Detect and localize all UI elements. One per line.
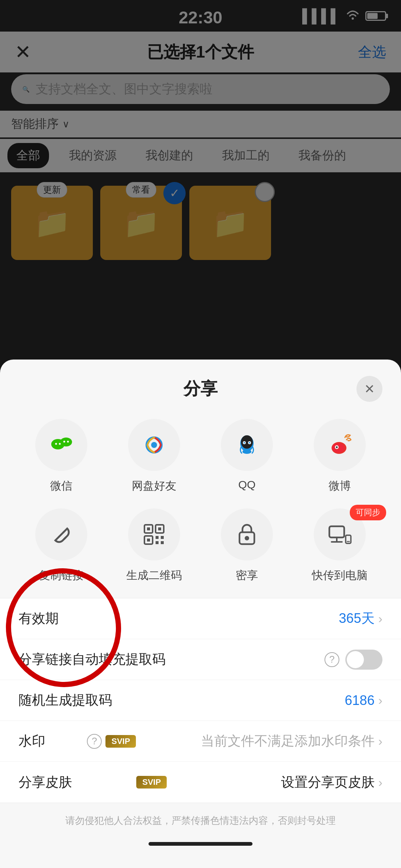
copy-link-label: 复制链接: [39, 568, 84, 583]
extract-code-value: 6186: [345, 693, 375, 708]
disclaimer: 请勿侵犯他人合法权益，严禁传播色情违法内容，否则封号处理: [0, 803, 401, 835]
svg-point-24: [336, 446, 338, 448]
wechat-icon-circle: [35, 419, 87, 471]
auto-fill-row[interactable]: 分享链接自动填充提取码 ?: [0, 639, 401, 680]
svg-rect-41: [346, 535, 351, 543]
qq-label: QQ: [238, 478, 256, 491]
svg-point-18: [242, 449, 251, 454]
wechat-label: 微信: [50, 478, 72, 494]
secret-icon-circle: [221, 508, 273, 560]
skin-row[interactable]: 分享皮肤 SVIP 设置分享页皮肤 ›: [0, 762, 401, 803]
sheet-header: 分享 ✕: [0, 360, 401, 412]
bottom-sheet: 分享 ✕ 微信: [0, 360, 401, 868]
auto-fill-label: 分享链接自动填充提取码: [19, 650, 321, 669]
weibo-label: 微博: [329, 478, 351, 494]
copy-link-icon-circle: [35, 508, 87, 560]
extract-code-row[interactable]: 随机生成提取码 6186 ›: [0, 680, 401, 721]
svg-point-4: [55, 443, 57, 445]
watermark-chevron: ›: [378, 734, 382, 748]
share-icons-row-2: 可同步 复制链接: [0, 508, 401, 591]
watermark-value: 当前文件不满足添加水印条件: [201, 732, 375, 750]
share-copy-link[interactable]: 复制链接: [15, 508, 108, 583]
weibo-icon-circle: [314, 419, 366, 471]
sheet-close-button[interactable]: ✕: [356, 376, 382, 402]
svg-rect-29: [158, 527, 161, 530]
share-pan[interactable]: 网盘好友: [108, 419, 200, 494]
watermark-row[interactable]: 水印 ? SVIP 当前文件不满足添加水印条件 ›: [0, 721, 401, 762]
skin-label: 分享皮肤: [19, 773, 133, 791]
settings-section: 有效期 365天 › 分享链接自动填充提取码 ? 随机生成提取码 6186 › …: [0, 598, 401, 803]
svg-point-6: [63, 441, 65, 443]
pan-label: 网盘好友: [132, 478, 176, 494]
validity-value: 365天: [339, 609, 375, 628]
svg-point-3: [60, 438, 72, 446]
svg-point-7: [67, 441, 69, 443]
share-qrcode[interactable]: 生成二维码: [108, 508, 200, 583]
extract-code-chevron: ›: [378, 693, 382, 708]
svg-rect-35: [161, 541, 164, 544]
svg-rect-38: [329, 526, 344, 537]
skin-value: 设置分享页皮肤: [281, 773, 375, 791]
svg-point-16: [244, 442, 245, 443]
skin-chevron: ›: [378, 775, 382, 790]
share-wechat[interactable]: 微信: [15, 419, 108, 494]
sync-badge: 可同步: [350, 505, 386, 520]
extract-code-label: 随机生成提取码: [19, 691, 345, 709]
auto-fill-help-icon[interactable]: ?: [325, 652, 339, 667]
svg-rect-34: [156, 541, 159, 544]
svg-point-13: [241, 435, 253, 449]
share-qq[interactable]: QQ: [200, 419, 293, 494]
share-weibo[interactable]: 微博: [293, 419, 386, 494]
svg-point-37: [245, 536, 249, 540]
secret-label: 密享: [236, 568, 258, 583]
skin-svip-badge: SVIP: [136, 776, 167, 789]
svg-rect-31: [147, 539, 150, 542]
qq-icon-circle: [221, 419, 273, 471]
share-secret[interactable]: 密享: [200, 508, 293, 583]
sheet-title: 分享: [183, 377, 218, 400]
qrcode-label: 生成二维码: [126, 568, 182, 583]
watermark-svip-badge: SVIP: [105, 735, 136, 748]
share-icons-row-1: 微信 网盘好友: [0, 412, 401, 508]
watermark-help-icon[interactable]: ?: [87, 734, 102, 749]
svg-line-25: [59, 532, 63, 537]
svg-point-17: [249, 442, 250, 443]
send-pc-label: 快传到电脑: [312, 568, 368, 583]
home-indicator: [149, 842, 252, 846]
validity-chevron: ›: [378, 611, 382, 626]
svg-rect-33: [161, 536, 164, 539]
svg-rect-32: [156, 536, 159, 539]
validity-label: 有效期: [19, 609, 339, 628]
pan-icon-circle: [128, 419, 180, 471]
auto-fill-toggle[interactable]: [345, 650, 382, 670]
svg-point-5: [59, 443, 61, 445]
svg-point-10: [151, 442, 157, 448]
svg-rect-27: [147, 527, 150, 530]
watermark-label: 水印: [19, 732, 83, 750]
validity-row[interactable]: 有效期 365天 ›: [0, 598, 401, 639]
qrcode-icon-circle: [128, 508, 180, 560]
